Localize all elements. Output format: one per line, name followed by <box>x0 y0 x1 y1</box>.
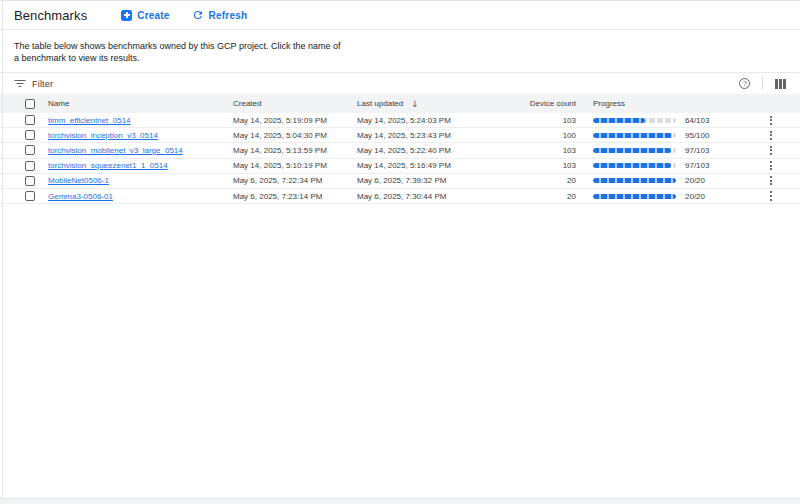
panel-left-border <box>2 1 3 504</box>
last-updated-cell: May 14, 2025, 5:16:49 PM <box>357 161 478 170</box>
refresh-button[interactable]: Refresh <box>192 9 248 21</box>
more-options-icon[interactable] <box>769 130 773 141</box>
sort-descending-icon[interactable]: ↓ <box>411 99 419 109</box>
header-created[interactable]: Created <box>233 99 357 108</box>
table-row: Gemma3-0506-01 May 6, 2025, 7:23:14 PM M… <box>0 189 800 204</box>
row-checkbox[interactable] <box>25 191 35 201</box>
benchmark-link[interactable]: MobileNet0506-1 <box>48 176 109 185</box>
progress-bar-fill <box>593 118 645 123</box>
last-updated-cell: May 6, 2025, 7:30:44 PM <box>357 192 478 201</box>
table-row: torchvision_inception_v3_0514 May 14, 20… <box>0 128 800 143</box>
row-menu-cell <box>769 190 800 201</box>
filter-icon <box>14 79 25 88</box>
last-updated-cell: May 14, 2025, 5:22:40 PM <box>357 146 478 155</box>
progress-bar-fill <box>593 178 676 183</box>
row-checkbox[interactable] <box>25 130 35 140</box>
more-options-icon[interactable] <box>769 175 773 186</box>
progress-cell: 97/103 <box>593 161 740 170</box>
row-checkbox-cell <box>14 161 48 171</box>
progress-bar <box>593 194 676 199</box>
row-checkbox-cell <box>14 115 48 125</box>
benchmark-name-cell: torchvision_mobilenet_v3_large_0514 <box>48 146 233 155</box>
column-display-icon[interactable] <box>775 79 786 89</box>
created-cell: May 6, 2025, 7:23:14 PM <box>233 192 357 201</box>
progress-bar <box>593 118 676 123</box>
progress-bar <box>593 133 676 138</box>
benchmark-name-cell: torchvision_squeezenet1_1_0514 <box>48 161 233 170</box>
last-updated-cell: May 6, 2025, 7:39:32 PM <box>357 176 478 185</box>
progress-cell: 64/103 <box>593 116 740 125</box>
row-menu-cell <box>769 160 800 171</box>
filter-label: Filter <box>32 79 53 89</box>
created-cell: May 14, 2025, 5:19:09 PM <box>233 116 357 125</box>
table-body: timm_efficientnet_0514 May 14, 2025, 5:1… <box>0 113 800 204</box>
description-line-1: The table below shows benchmarks owned b… <box>14 41 786 53</box>
title-bar: Benchmarks Create Refresh <box>0 1 800 29</box>
benchmark-link[interactable]: Gemma3-0506-01 <box>48 192 113 201</box>
table-row: MobileNet0506-1 May 6, 2025, 7:22:34 PM … <box>0 174 800 189</box>
more-options-icon[interactable] <box>769 115 773 126</box>
more-options-icon[interactable] <box>769 145 773 156</box>
progress-cell: 95/100 <box>593 131 740 140</box>
filter-button[interactable]: Filter <box>14 79 53 89</box>
header-last-updated[interactable]: Last updated ↓ <box>357 99 478 109</box>
select-all-checkbox[interactable] <box>25 99 35 109</box>
progress-cell: 20/20 <box>593 192 740 201</box>
row-checkbox[interactable] <box>25 145 35 155</box>
benchmark-link[interactable]: timm_efficientnet_0514 <box>48 116 131 125</box>
plus-icon <box>121 10 132 21</box>
toolbar-divider <box>762 77 763 90</box>
table-row: torchvision_mobilenet_v3_large_0514 May … <box>0 143 800 158</box>
table-row: timm_efficientnet_0514 May 14, 2025, 5:1… <box>0 113 800 128</box>
header-progress: Progress <box>593 99 625 108</box>
row-checkbox-cell <box>14 145 48 155</box>
row-checkbox[interactable] <box>25 176 35 186</box>
row-checkbox[interactable] <box>25 115 35 125</box>
row-menu-cell <box>769 130 800 141</box>
device-count-cell: 103 <box>478 116 576 125</box>
progress-label: 97/103 <box>685 161 740 170</box>
created-cell: May 14, 2025, 5:13:59 PM <box>233 146 357 155</box>
device-count-cell: 20 <box>478 176 576 185</box>
benchmark-name-cell: Gemma3-0506-01 <box>48 192 233 201</box>
more-options-icon[interactable] <box>769 190 773 201</box>
device-count-cell: 20 <box>478 192 576 201</box>
row-checkbox-cell <box>14 176 48 186</box>
progress-bar <box>593 148 676 153</box>
row-checkbox-cell <box>14 130 48 140</box>
device-count-cell: 103 <box>478 161 576 170</box>
row-checkbox[interactable] <box>25 161 35 171</box>
benchmark-link[interactable]: torchvision_inception_v3_0514 <box>48 131 158 140</box>
benchmark-name-cell: torchvision_inception_v3_0514 <box>48 131 233 140</box>
progress-bar-fill <box>593 148 671 153</box>
last-updated-cell: May 14, 2025, 5:24:03 PM <box>357 116 478 125</box>
progress-label: 95/100 <box>685 131 740 140</box>
progress-bar <box>593 178 676 183</box>
last-updated-cell: May 14, 2025, 5:23:43 PM <box>357 131 478 140</box>
row-menu-cell <box>769 145 800 156</box>
header-name[interactable]: Name <box>48 99 233 108</box>
help-icon[interactable]: ? <box>739 78 750 89</box>
row-menu-cell <box>769 115 800 126</box>
page-title: Benchmarks <box>14 8 87 23</box>
more-options-icon[interactable] <box>769 160 773 171</box>
progress-bar-fill <box>593 163 671 168</box>
table-row: torchvision_squeezenet1_1_0514 May 14, 2… <box>0 159 800 174</box>
header-device-count[interactable]: Device count <box>478 99 576 108</box>
create-button[interactable]: Create <box>121 10 169 21</box>
created-cell: May 14, 2025, 5:04:30 PM <box>233 131 357 140</box>
benchmark-link[interactable]: torchvision_squeezenet1_1_0514 <box>48 161 168 170</box>
progress-bar-fill <box>593 194 676 199</box>
progress-cell: 20/20 <box>593 176 740 185</box>
refresh-button-label: Refresh <box>209 10 248 21</box>
created-cell: May 14, 2025, 5:10:19 PM <box>233 161 357 170</box>
row-checkbox-cell <box>14 191 48 201</box>
refresh-icon <box>192 9 204 21</box>
progress-cell: 97/103 <box>593 146 740 155</box>
progress-label: 64/103 <box>685 116 740 125</box>
header-checkbox-cell <box>14 99 48 109</box>
row-menu-cell <box>769 175 800 186</box>
benchmarks-page: Benchmarks Create Refresh The table belo… <box>0 0 800 504</box>
benchmark-link[interactable]: torchvision_mobilenet_v3_large_0514 <box>48 146 183 155</box>
device-count-cell: 103 <box>478 146 576 155</box>
